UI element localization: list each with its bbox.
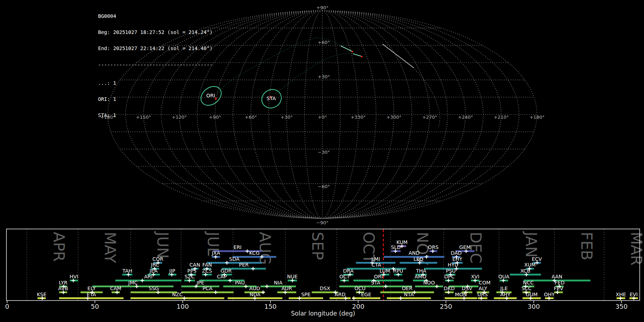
meteor-end-point [361, 56, 363, 58]
shower-code-label: PER [239, 262, 249, 268]
month-label: FEB [578, 232, 595, 260]
end-time: End: 20251027 22:14:22 (sol = 214.40°) [98, 46, 213, 51]
shower-code-label: EVI [630, 292, 638, 297]
shower-code-label: GUM [526, 292, 537, 297]
shower-code-label: GDR [220, 268, 232, 274]
north-pole-label: +90° [316, 5, 328, 10]
shower-tah: TAH [122, 268, 132, 277]
shower-code-label: DAD [451, 250, 462, 256]
meteor-trail-solid [382, 44, 414, 68]
shower-code-label: PPS [187, 268, 196, 274]
shower-code-label: KSE [37, 292, 47, 297]
shower-code-label: JLE [500, 286, 508, 291]
shower-code-label: DKD [444, 286, 455, 291]
shower-code-label: OCU [355, 286, 366, 291]
shower-code-label: AAN [552, 274, 562, 279]
month-label: SEP [309, 232, 326, 260]
month-label: APR [50, 232, 68, 262]
x-tick-label: 150 [264, 303, 277, 310]
equator-label: +60° [245, 114, 257, 120]
shower-code-label: SCC [521, 286, 532, 291]
shower-code-label: SZC [185, 274, 195, 279]
radiant-sta: STA [258, 86, 284, 111]
shower-ohy: OHY [544, 292, 555, 300]
peak-marker [298, 297, 301, 300]
shower-code-label: SSG [149, 286, 159, 291]
count-ori: ORI: 1 [98, 97, 213, 102]
shower-code-label: ARD [335, 292, 346, 297]
peak-marker [265, 285, 269, 288]
shower-code-label: ECV [532, 256, 542, 262]
meteor-track-ori [218, 38, 353, 93]
shower-code-label: PSU [446, 268, 456, 274]
shower-code-label: CTA [372, 262, 381, 268]
shower-avb: AVB [58, 286, 68, 294]
equator-label: +30° [280, 114, 293, 120]
peak-marker [251, 267, 255, 270]
equator-label: +270° [422, 114, 437, 120]
latitude-label: −60° [318, 184, 330, 189]
equator-label: +180° [530, 114, 545, 120]
shower-code-label: AHY [500, 292, 511, 297]
radiant-label: STA [267, 96, 276, 101]
month-label: AUG [256, 232, 274, 265]
shower-code-label: NOO [423, 280, 435, 286]
shower-urs: URS [477, 292, 488, 300]
activity-bar [181, 286, 219, 287]
equator-label: +0° [318, 114, 327, 120]
shower-code-label: LUM [380, 268, 390, 274]
shower-code-label: THA [416, 268, 426, 274]
shower-code-label: DRA [343, 268, 354, 274]
latitude-label: −30° [318, 150, 330, 155]
observation-info-block: BG0004 Beg: 20251027 18:27:52 (sol = 214… [98, 3, 213, 129]
activity-bar [181, 292, 234, 293]
shower-code-label: FAN [203, 262, 212, 268]
shower-code-label: LYR [59, 280, 67, 286]
shower-qua: QUA [498, 274, 509, 282]
shower-code-label: OHY [544, 292, 555, 297]
peak-marker [399, 297, 402, 300]
x-tick-label: 200 [352, 303, 364, 310]
activity-bar [330, 297, 351, 299]
shower-code-label: JRC [151, 262, 159, 268]
shower-code-label: SPE [301, 292, 311, 297]
shower-zcs: ZCS [202, 268, 212, 277]
shower-code-label: DSX [320, 286, 331, 291]
shower-code-label: DSV [462, 286, 473, 291]
activity-bar [387, 297, 431, 299]
shower-xvi: XVI [471, 274, 479, 282]
peak-marker [225, 261, 229, 265]
shower-code-label: NCC [523, 280, 534, 286]
shower-code-label: CAM [110, 286, 121, 291]
shower-code-label: TAH [122, 268, 132, 274]
peak-marker [141, 279, 144, 282]
shower-code-label: STA [371, 280, 380, 286]
shower-code-label: SDA [229, 256, 239, 262]
x-tick-label: 300 [528, 303, 540, 310]
shower-code-label: XVI [471, 274, 479, 279]
x-tick-label: 100 [176, 303, 189, 310]
shower-code-label: GEM [459, 244, 471, 250]
activity-timeline-chart: APRMAYJUNJULAUGSEPOCTNOVDECJANFEBMARKUME… [5, 229, 644, 317]
shower-code-label: NIA [274, 280, 283, 286]
shower-dsx: DSX [312, 286, 338, 294]
shower-code-label: JIP [169, 268, 175, 274]
shower-code-label: MON [455, 292, 467, 297]
peak-marker [384, 285, 387, 288]
activity-bar [415, 286, 443, 287]
shower-jip: JIP [168, 268, 176, 277]
shower-code-label: AVB [58, 286, 68, 291]
shower-sld: SLD [391, 244, 401, 253]
shower-code-label: ZCS [202, 268, 212, 274]
shower-code-label: NTA [404, 292, 414, 297]
peak-marker [261, 291, 265, 294]
shower-hvi: HVI [70, 274, 78, 282]
month-label: JAN [522, 231, 540, 258]
peak-marker [214, 291, 218, 294]
shower-code-label: NZC [172, 292, 183, 297]
shower-code-label: ERI [234, 244, 242, 250]
track-extension-dotted [275, 53, 352, 93]
activity-bar [115, 280, 181, 282]
shower-code-label: COM [479, 280, 491, 286]
station-id: BG0004 [98, 14, 213, 19]
